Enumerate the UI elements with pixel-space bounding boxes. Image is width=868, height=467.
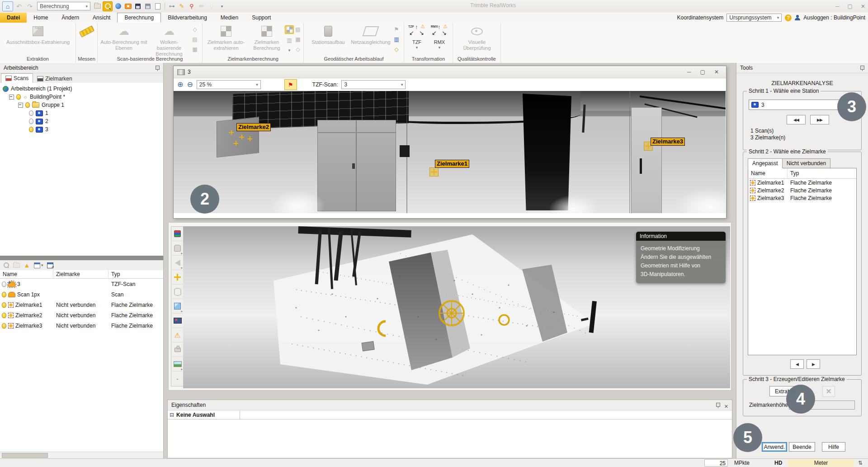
quick-command-combo[interactable]: Berechnung ▾ (37, 2, 90, 10)
target-list-header[interactable]: Name Typ (748, 168, 856, 179)
pin-icon[interactable] (860, 66, 864, 70)
undo-icon[interactable]: ↶ (14, 2, 24, 11)
target-marker-icon[interactable] (239, 134, 244, 139)
tree-item-scan-2[interactable]: 2 (0, 117, 163, 125)
zielmarken-auto-extrahieren-button[interactable]: Zielmarken auto-extrahieren (204, 24, 248, 55)
table-header[interactable]: Name Zielmarke Typ (0, 270, 163, 279)
lasso-tool-icon[interactable]: ◌ (207, 2, 216, 11)
end-button[interactable]: Beende (789, 442, 815, 452)
move-manipulator-icon[interactable] (172, 270, 183, 285)
tree-item-scan-3[interactable]: 3 (0, 125, 163, 133)
visuelle-ueberpruefung-button[interactable]: Visuelle Überprüfung (457, 24, 497, 55)
3d-point-cloud-view[interactable]: Information Geometrie Modifizierung Ände… (183, 226, 730, 388)
open-folder-icon[interactable] (93, 2, 102, 11)
add-station-icon[interactable]: ◇ (392, 45, 401, 53)
tzf-transform-button[interactable]: TZF↑↙↘⚠ TZF ▾ (407, 24, 427, 55)
viewer-close-button[interactable]: ✕ (714, 69, 719, 75)
bulb-off-icon[interactable] (29, 119, 33, 124)
brush-icon[interactable]: ◇ (294, 45, 302, 53)
pin-icon[interactable] (156, 66, 160, 70)
split-target-icon[interactable]: ▾ (285, 46, 293, 54)
level-tool-icon[interactable]: ⊶ (167, 2, 176, 11)
list-view-icon[interactable]: ▾ (34, 262, 43, 268)
pin-icon[interactable] (716, 403, 720, 407)
redo-icon[interactable]: ↷ (25, 2, 35, 11)
cube-view-icon[interactable] (172, 299, 183, 314)
stamp-icon[interactable] (172, 343, 183, 357)
table-row[interactable]: ➜3 TZF-Scan (0, 279, 163, 289)
flag-scan-icon[interactable]: ⚑ (392, 25, 401, 33)
camera-target-icon[interactable]: ▥ (285, 36, 293, 44)
target-list-row[interactable]: Zielmarke1 Flache Zielmarke (748, 179, 856, 186)
collapse-icon[interactable] (18, 103, 23, 108)
window-maximize-button[interactable]: ▢ (848, 3, 853, 10)
sketch-tool-icon[interactable]: ✏ (197, 2, 206, 11)
chevron-down-icon[interactable]: ▾ (429, 45, 449, 50)
search-icon[interactable] (103, 1, 113, 11)
tab-scans[interactable]: Scans (1, 73, 33, 83)
coordinate-system-combo[interactable]: Ursprungssystem ▾ (726, 14, 782, 22)
flag-toggle-button[interactable]: ⚑ (284, 79, 297, 90)
list-search-icon[interactable] (4, 262, 9, 268)
list-folder-icon[interactable] (13, 263, 20, 268)
delete-target-button[interactable]: ✕ (822, 386, 835, 397)
bulb-on-icon[interactable] (2, 323, 6, 329)
close-icon[interactable]: ✕ (724, 401, 728, 411)
tab-support[interactable]: Support (245, 13, 278, 23)
tree-item-root[interactable]: Arbeitsbereich (1 Projekt) (0, 85, 163, 93)
target-list-row[interactable]: Zielmarke2 Flache Zielmarke (748, 186, 856, 194)
measure-tool-icon[interactable]: ✎ (177, 2, 186, 11)
units-toggle-icon[interactable]: ⇅ (858, 459, 863, 467)
bulb-on-icon[interactable] (2, 292, 6, 297)
view-cone-icon[interactable] (172, 256, 183, 270)
zielmarken-berechnung-button[interactable]: Zielmarken Berechnung (249, 24, 285, 55)
diamond-icon[interactable]: ◇ (191, 25, 199, 33)
scrollbar-thumb[interactable] (2, 453, 48, 458)
bulb-on-icon[interactable] (2, 302, 6, 308)
register-icon[interactable]: ▤ (191, 35, 199, 43)
window-minimize-button[interactable]: ─ (835, 3, 840, 10)
screen-delete-icon[interactable] (172, 314, 183, 328)
target-marker-icon[interactable] (429, 167, 439, 176)
window-close-button[interactable]: ✕ (861, 3, 865, 10)
netzausgleichung-button[interactable]: Netzausgleichung (350, 24, 392, 55)
panel-splitter[interactable] (0, 256, 163, 260)
table-row[interactable]: Scan 1px Scan (0, 289, 163, 300)
toolbar-more-icon[interactable]: ⌄ (172, 372, 183, 386)
next-target-button[interactable]: ▶ (807, 359, 820, 369)
help-icon[interactable]: ? (785, 14, 792, 21)
previous-target-button[interactable]: ◀ (790, 359, 804, 369)
cylinder-select-icon[interactable] (172, 285, 183, 299)
save-icon[interactable] (133, 2, 142, 11)
length-unit-field[interactable]: Meter (788, 459, 854, 467)
tzf-scan-combo[interactable]: 3 ▾ (341, 80, 406, 89)
chevron-down-icon[interactable]: ▾ (407, 45, 427, 50)
tab-zielmarken[interactable]: Zielmarken (33, 74, 76, 83)
go-up-icon[interactable]: ▲ (24, 262, 30, 269)
collapse-icon[interactable]: ⊟ (170, 412, 174, 418)
tab-medien[interactable]: Medien (214, 13, 245, 23)
pin-tool-icon[interactable]: ⚲ (187, 2, 196, 11)
messen-button[interactable] (79, 24, 95, 55)
table-row[interactable]: Zielmarke2 Nicht verbunden Flache Zielma… (0, 310, 163, 320)
total-station-icon[interactable]: ▥ (392, 35, 401, 43)
tab-bildverarbeitung[interactable]: Bildverarbeitung (161, 13, 214, 23)
tab-home[interactable]: Home (27, 13, 55, 23)
next-station-button[interactable]: ▶▶ (810, 115, 829, 124)
grid-icon[interactable]: ▦ (191, 45, 199, 53)
point-count-field[interactable]: 25 (704, 459, 728, 467)
tab-angepasst[interactable]: Angepasst (748, 158, 783, 168)
target-analysis-icon[interactable] (285, 25, 294, 34)
collapse-icon[interactable] (9, 95, 14, 100)
save-as-icon[interactable] (143, 2, 152, 11)
tab-berechnung[interactable]: Berechnung (117, 13, 161, 23)
zoom-in-icon[interactable]: ⊕ (177, 81, 183, 88)
target-marker-label[interactable]: Zielmarke2 (236, 123, 271, 131)
toolbar-overflow-icon[interactable]: ▾ (217, 2, 227, 11)
bulb-on-icon[interactable] (29, 127, 33, 132)
target-marker-label[interactable]: Zielmarke3 (651, 138, 685, 146)
table-row[interactable]: Zielmarke1 Nicht verbunden Flache Zielma… (0, 300, 163, 310)
pan-hand-icon[interactable] (172, 241, 183, 256)
trimble-app-icon[interactable] (113, 2, 123, 11)
fence-icon[interactable]: ▤ (294, 25, 302, 33)
